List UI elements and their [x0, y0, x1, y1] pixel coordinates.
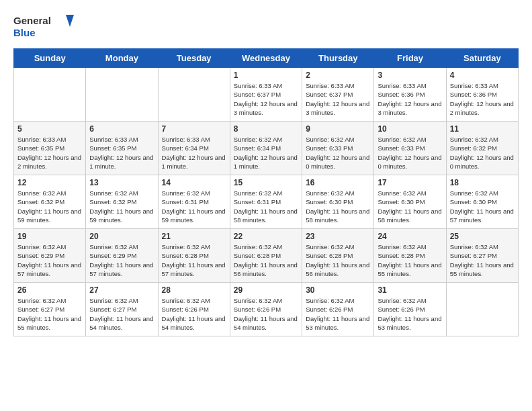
calendar-cell: 9Sunrise: 6:32 AMSunset: 6:33 PMDaylight… [302, 122, 374, 175]
weekday-header-sunday: Sunday [14, 49, 86, 68]
calendar-cell: 2Sunrise: 6:33 AMSunset: 6:37 PMDaylight… [302, 68, 374, 122]
calendar-cell: 25Sunrise: 6:32 AMSunset: 6:27 PMDayligh… [446, 229, 518, 283]
day-number: 3 [378, 71, 442, 80]
day-info: Sunrise: 6:32 AMSunset: 6:26 PMDaylight:… [162, 296, 226, 332]
day-number: 24 [378, 232, 442, 241]
calendar-week-row: 19Sunrise: 6:32 AMSunset: 6:29 PMDayligh… [14, 229, 519, 283]
day-info: Sunrise: 6:33 AMSunset: 6:35 PMDaylight:… [89, 135, 154, 171]
calendar-cell: 8Sunrise: 6:32 AMSunset: 6:34 PMDaylight… [230, 122, 302, 175]
calendar-cell: 14Sunrise: 6:32 AMSunset: 6:31 PMDayligh… [158, 175, 230, 229]
page-header: General Blue [13, 13, 519, 42]
calendar-cell: 23Sunrise: 6:32 AMSunset: 6:28 PMDayligh… [302, 229, 374, 283]
svg-marker-2 [66, 15, 74, 27]
day-info: Sunrise: 6:33 AMSunset: 6:37 PMDaylight:… [234, 81, 298, 117]
calendar-cell: 17Sunrise: 6:32 AMSunset: 6:30 PMDayligh… [374, 175, 446, 229]
weekday-header-monday: Monday [86, 49, 158, 68]
day-number: 28 [162, 285, 226, 295]
calendar-cell: 26Sunrise: 6:32 AMSunset: 6:27 PMDayligh… [14, 283, 86, 336]
calendar-cell: 11Sunrise: 6:32 AMSunset: 6:32 PMDayligh… [446, 122, 518, 175]
day-number: 7 [162, 124, 226, 134]
day-number: 22 [234, 232, 298, 241]
day-number: 6 [89, 124, 154, 134]
day-info: Sunrise: 6:33 AMSunset: 6:37 PMDaylight:… [306, 81, 370, 117]
calendar-cell: 27Sunrise: 6:32 AMSunset: 6:27 PMDayligh… [86, 283, 158, 336]
day-number: 11 [450, 124, 515, 134]
calendar-cell: 28Sunrise: 6:32 AMSunset: 6:26 PMDayligh… [158, 283, 230, 336]
calendar-cell: 3Sunrise: 6:33 AMSunset: 6:36 PMDaylight… [374, 68, 446, 122]
calendar-cell: 4Sunrise: 6:33 AMSunset: 6:36 PMDaylight… [446, 68, 518, 122]
day-number: 25 [450, 232, 515, 241]
day-info: Sunrise: 6:32 AMSunset: 6:28 PMDaylight:… [162, 242, 226, 278]
day-number: 10 [378, 124, 442, 134]
calendar-cell [446, 283, 518, 336]
day-info: Sunrise: 6:32 AMSunset: 6:33 PMDaylight:… [378, 135, 442, 171]
day-info: Sunrise: 6:32 AMSunset: 6:30 PMDaylight:… [378, 189, 442, 224]
calendar-cell: 5Sunrise: 6:33 AMSunset: 6:35 PMDaylight… [14, 122, 86, 175]
calendar-cell [158, 68, 230, 122]
day-info: Sunrise: 6:32 AMSunset: 6:28 PMDaylight:… [378, 242, 442, 278]
day-info: Sunrise: 6:33 AMSunset: 6:35 PMDaylight:… [17, 135, 82, 171]
calendar-cell: 7Sunrise: 6:33 AMSunset: 6:34 PMDaylight… [158, 122, 230, 175]
calendar-cell: 29Sunrise: 6:32 AMSunset: 6:26 PMDayligh… [230, 283, 302, 336]
day-info: Sunrise: 6:32 AMSunset: 6:27 PMDaylight:… [450, 242, 515, 278]
day-info: Sunrise: 6:32 AMSunset: 6:28 PMDaylight:… [234, 242, 298, 278]
calendar-cell: 16Sunrise: 6:32 AMSunset: 6:30 PMDayligh… [302, 175, 374, 229]
day-info: Sunrise: 6:32 AMSunset: 6:31 PMDaylight:… [234, 189, 298, 224]
day-number: 18 [450, 178, 515, 187]
day-number: 8 [234, 124, 298, 134]
day-info: Sunrise: 6:32 AMSunset: 6:26 PMDaylight:… [306, 296, 370, 332]
day-info: Sunrise: 6:32 AMSunset: 6:29 PMDaylight:… [17, 242, 82, 278]
day-info: Sunrise: 6:33 AMSunset: 6:34 PMDaylight:… [162, 135, 226, 171]
calendar-table: SundayMondayTuesdayWednesdayThursdayFrid… [13, 48, 519, 336]
calendar-cell: 12Sunrise: 6:32 AMSunset: 6:32 PMDayligh… [14, 175, 86, 229]
calendar-week-row: 26Sunrise: 6:32 AMSunset: 6:27 PMDayligh… [14, 283, 519, 336]
day-info: Sunrise: 6:33 AMSunset: 6:36 PMDaylight:… [450, 81, 515, 117]
calendar-week-row: 1Sunrise: 6:33 AMSunset: 6:37 PMDaylight… [14, 68, 519, 122]
day-info: Sunrise: 6:32 AMSunset: 6:32 PMDaylight:… [17, 189, 82, 224]
calendar-cell: 10Sunrise: 6:32 AMSunset: 6:33 PMDayligh… [374, 122, 446, 175]
day-number: 12 [17, 178, 82, 187]
day-number: 21 [162, 232, 226, 241]
weekday-header-saturday: Saturday [446, 49, 518, 68]
day-info: Sunrise: 6:32 AMSunset: 6:33 PMDaylight:… [306, 135, 370, 171]
day-number: 26 [17, 285, 82, 295]
day-number: 5 [17, 124, 82, 134]
weekday-header-thursday: Thursday [302, 49, 374, 68]
weekday-header-wednesday: Wednesday [230, 49, 302, 68]
calendar-cell: 22Sunrise: 6:32 AMSunset: 6:28 PMDayligh… [230, 229, 302, 283]
weekday-header-friday: Friday [374, 49, 446, 68]
calendar-cell: 31Sunrise: 6:32 AMSunset: 6:26 PMDayligh… [374, 283, 446, 336]
day-number: 30 [306, 285, 370, 295]
day-number: 4 [450, 71, 515, 80]
day-info: Sunrise: 6:32 AMSunset: 6:30 PMDaylight:… [450, 189, 515, 224]
calendar-cell: 1Sunrise: 6:33 AMSunset: 6:37 PMDaylight… [230, 68, 302, 122]
svg-text:General: General [13, 15, 51, 26]
day-info: Sunrise: 6:32 AMSunset: 6:27 PMDaylight:… [89, 296, 154, 332]
calendar-cell: 24Sunrise: 6:32 AMSunset: 6:28 PMDayligh… [374, 229, 446, 283]
day-info: Sunrise: 6:32 AMSunset: 6:26 PMDaylight:… [234, 296, 298, 332]
day-info: Sunrise: 6:32 AMSunset: 6:28 PMDaylight:… [306, 242, 370, 278]
day-number: 1 [234, 71, 298, 80]
day-info: Sunrise: 6:32 AMSunset: 6:32 PMDaylight:… [450, 135, 515, 171]
day-number: 29 [234, 285, 298, 295]
day-info: Sunrise: 6:32 AMSunset: 6:34 PMDaylight:… [234, 135, 298, 171]
day-number: 15 [234, 178, 298, 187]
day-number: 20 [89, 232, 154, 241]
day-info: Sunrise: 6:33 AMSunset: 6:36 PMDaylight:… [378, 81, 442, 117]
day-number: 13 [89, 178, 154, 187]
calendar-cell: 20Sunrise: 6:32 AMSunset: 6:29 PMDayligh… [86, 229, 158, 283]
logo-svg: General Blue [13, 13, 74, 42]
calendar-cell: 21Sunrise: 6:32 AMSunset: 6:28 PMDayligh… [158, 229, 230, 283]
calendar-cell [14, 68, 86, 122]
day-info: Sunrise: 6:32 AMSunset: 6:26 PMDaylight:… [378, 296, 442, 332]
day-number: 19 [17, 232, 82, 241]
day-info: Sunrise: 6:32 AMSunset: 6:32 PMDaylight:… [89, 189, 154, 224]
day-number: 27 [89, 285, 154, 295]
weekday-header-row: SundayMondayTuesdayWednesdayThursdayFrid… [14, 49, 519, 68]
day-number: 23 [306, 232, 370, 241]
day-number: 31 [378, 285, 442, 295]
calendar-week-row: 5Sunrise: 6:33 AMSunset: 6:35 PMDaylight… [14, 122, 519, 175]
calendar-cell: 30Sunrise: 6:32 AMSunset: 6:26 PMDayligh… [302, 283, 374, 336]
day-number: 2 [306, 71, 370, 80]
calendar-cell: 6Sunrise: 6:33 AMSunset: 6:35 PMDaylight… [86, 122, 158, 175]
